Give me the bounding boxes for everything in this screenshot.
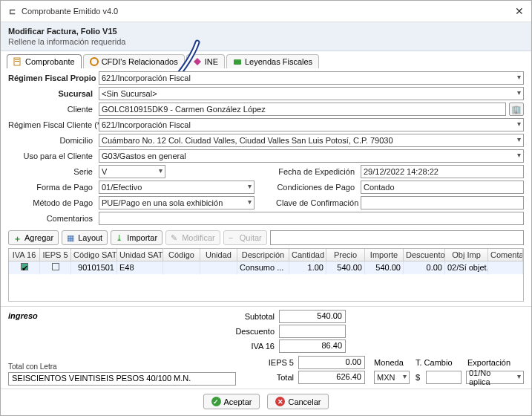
comentarios-input[interactable]	[99, 212, 524, 225]
tab-bar: Comprobante CFDI's Relacionados INE Leye…	[1, 51, 531, 68]
tcambio-prefix: $	[414, 373, 421, 382]
cell-descuento: 0.00	[404, 261, 445, 274]
window: ⊏ Comprobante Emitido v4.0 ✕ Modificar F…	[0, 0, 532, 416]
col-precio[interactable]: Precio	[326, 249, 365, 261]
check-icon: ✓	[211, 397, 221, 406]
form-area: Régimen Fiscal Propio (*) 621/Incorporac…	[1, 68, 531, 305]
col-cantidad[interactable]: Cantidad	[289, 249, 326, 261]
label-sucursal: Sucursal	[8, 89, 96, 98]
sucursal-select[interactable]: <Sin Sucursal>	[99, 87, 524, 100]
col-descuento[interactable]: Descuento	[404, 249, 445, 261]
document-icon	[13, 57, 22, 66]
regimen-propio-select[interactable]: 621/Incorporación Fiscal	[99, 71, 524, 85]
label-total: Total	[242, 373, 294, 382]
label-ieps5-total: IEPS 5	[242, 358, 294, 367]
label-tcambio: T. Cambio	[414, 358, 462, 367]
cell-unidad	[200, 261, 237, 274]
col-descripcion[interactable]: Descripción	[237, 249, 289, 261]
label-metodo-pago: Método de Pago	[8, 198, 96, 207]
clave-conf-input[interactable]	[361, 196, 524, 209]
grid-row[interactable]: ✔ 90101501 E48 Consumo ... 1.00 540.00 5…	[9, 261, 523, 274]
cell-descripcion: Consumo ...	[237, 261, 289, 274]
label-cliente: Cliente	[8, 105, 96, 114]
label-descuento-total: Descuento	[223, 327, 275, 336]
tab-label: CFDI's Relacionados	[102, 57, 178, 66]
tipo-comprobante-label: ingreso	[1, 308, 215, 356]
subheader: Modificar Factura, Folio V15 Rellene la …	[1, 22, 531, 51]
building-icon: 🏢	[511, 105, 522, 114]
col-codigo[interactable]: Código	[163, 249, 200, 261]
checkbox-ieps5[interactable]	[52, 263, 59, 270]
serie-select[interactable]: V	[99, 165, 165, 178]
col-objimp[interactable]: Obj Imp	[445, 249, 488, 261]
svg-rect-4	[15, 61, 19, 62]
cell-codigo	[163, 261, 200, 274]
toolbar-search-input[interactable]	[270, 230, 524, 245]
moneda-select[interactable]: MXN	[374, 371, 410, 384]
col-unidad-sat[interactable]: Unidad SAT	[117, 249, 163, 261]
label-comentarios: Comentarios	[8, 214, 96, 223]
svg-marker-6	[194, 58, 201, 65]
modificar-button[interactable]: ✎Modificar	[165, 230, 220, 245]
cell-unidad-sat: E48	[117, 261, 163, 274]
tab-comprobante[interactable]: Comprobante	[7, 54, 82, 68]
importar-button[interactable]: ⤓Importar	[111, 230, 162, 245]
uso-cliente-select[interactable]: G03/Gastos en general	[99, 149, 524, 163]
domicilio-select[interactable]: Cuámbaro No. 12 Col. Ciudad Valles, Ciud…	[99, 134, 524, 147]
label-serie: Serie	[8, 167, 96, 176]
layout-button[interactable]: ▦Layout	[62, 230, 108, 245]
subheader-subtitle: Rellene la información requerida	[8, 37, 524, 46]
svg-point-5	[91, 58, 98, 65]
label-forma-pago: Forma de Pago	[8, 183, 96, 192]
tab-cfdis-relacionados[interactable]: CFDI's Relacionados	[83, 54, 185, 68]
window-title: Comprobante Emitido v4.0	[22, 7, 513, 16]
grid-header: IVA 16 IEPS 5 Código SAT Unidad SAT Códi…	[9, 249, 523, 261]
cond-pago-input[interactable]: Contado	[361, 181, 524, 194]
subtotal-value: 540.00	[279, 310, 346, 323]
agregar-button[interactable]: ＋Agregar	[8, 230, 59, 245]
col-comentari[interactable]: Comentari	[488, 249, 523, 261]
label-moneda: Moneda	[370, 358, 410, 367]
col-unidad[interactable]: Unidad	[200, 249, 237, 261]
label-iva16-total: IVA 16	[223, 342, 275, 351]
divider	[1, 306, 531, 307]
fecha-input[interactable]: 29/12/2022 14:28:22	[361, 165, 524, 178]
col-iva16[interactable]: IVA 16	[9, 249, 40, 261]
aceptar-button[interactable]: ✓Aceptar	[203, 394, 260, 409]
tag-icon	[233, 57, 242, 66]
iva16-value: 86.40	[279, 339, 346, 353]
total-letra-value: SEISCIENTOS VEINTISEIS PESOS 40/100 M.N.	[8, 372, 236, 386]
diamond-icon	[193, 57, 202, 66]
tab-leyendas-fiscales[interactable]: Leyendas Fiscales	[226, 54, 319, 68]
link-icon	[90, 57, 99, 66]
label-regimen-propio: Régimen Fiscal Propio (*)	[8, 74, 96, 82]
ieps5-value: 0.00	[298, 356, 365, 369]
svg-rect-7	[234, 59, 241, 65]
svg-rect-3	[15, 59, 19, 60]
tcambio-input[interactable]	[426, 371, 462, 384]
subheader-title: Modificar Factura, Folio V15	[8, 27, 524, 36]
tab-label: Comprobante	[25, 57, 75, 66]
cancelar-button[interactable]: ✕Cancelar	[267, 394, 329, 409]
regimen-cliente-select[interactable]: 621/Incorporación Fiscal	[99, 118, 524, 131]
col-ieps5[interactable]: IEPS 5	[40, 249, 71, 261]
close-button[interactable]: ✕	[513, 5, 525, 17]
cell-precio: 540.00	[326, 261, 365, 274]
cliente-input[interactable]: GOLC810915DK9 - Carmen González López	[99, 103, 506, 116]
tab-ine[interactable]: INE	[186, 54, 225, 68]
col-importe[interactable]: Importe	[365, 249, 404, 261]
col-codigo-sat[interactable]: Código SAT	[71, 249, 117, 261]
total-value: 626.40	[298, 371, 365, 384]
x-icon: ✕	[275, 397, 285, 406]
cell-coment	[488, 261, 523, 274]
tab-label: INE	[205, 57, 218, 66]
cliente-lookup-button[interactable]: 🏢	[509, 103, 524, 116]
checkbox-iva16[interactable]: ✔	[21, 263, 28, 270]
forma-pago-select[interactable]: 01/Efectivo	[99, 181, 254, 194]
metodo-pago-select[interactable]: PUE/Pago en una sola exhibición	[99, 196, 254, 209]
exportacion-select[interactable]: 01/No aplica	[466, 371, 524, 384]
app-logo-icon: ⊏	[7, 6, 17, 16]
minus-icon: −	[229, 233, 237, 242]
items-grid: IVA 16 IEPS 5 Código SAT Unidad SAT Códi…	[8, 248, 524, 302]
quitar-button[interactable]: −Quitar	[223, 230, 267, 245]
